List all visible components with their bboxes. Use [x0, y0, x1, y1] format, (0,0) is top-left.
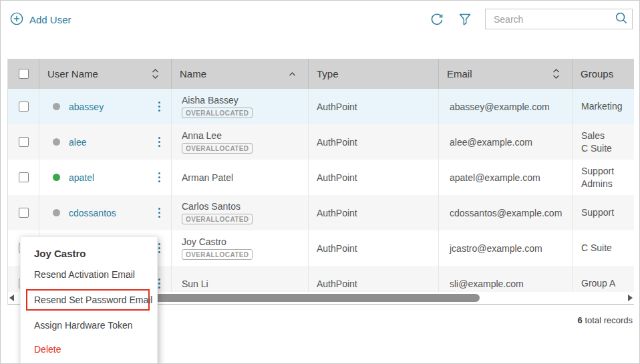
username-link[interactable]: apatel [69, 172, 94, 183]
sort-both-icon [552, 68, 561, 79]
group-value: Admins [581, 178, 634, 190]
row-checkbox[interactable] [19, 172, 29, 182]
type-cell: AuthPoint [309, 195, 439, 230]
table-row: abassey Aisha Bassey OVERALLOCATED AuthP… [8, 89, 634, 124]
user-context-menu: Joy Castro Resend Activation EmailResend… [20, 236, 158, 364]
add-user-button[interactable]: Add User [10, 12, 71, 27]
email-cell: apatel@example.com [439, 160, 573, 195]
filter-icon[interactable] [458, 12, 472, 27]
column-label: Type [317, 68, 339, 79]
username-cell: apatel [39, 160, 172, 195]
type-value: AuthPoint [317, 172, 438, 183]
checkbox-cell [8, 89, 39, 124]
overallocated-badge: OVERALLOCATED [182, 108, 253, 118]
name-cell: Joy Castro OVERALLOCATED [172, 230, 309, 266]
table-header-row: User NameNameTypeEmailGroups [8, 59, 634, 89]
username-link[interactable]: abassey [69, 102, 104, 112]
group-value: Support [581, 165, 634, 178]
header-checkbox-cell [8, 59, 39, 89]
groups-cell: Support [573, 195, 634, 230]
table-row: cdossantos Carlos Santos OVERALLOCATED A… [8, 195, 634, 230]
column-label: Name [180, 68, 206, 79]
sort-both-icon [151, 68, 160, 79]
column-label: Groups [581, 68, 613, 79]
checkbox-cell [8, 160, 39, 195]
add-user-label: Add User [29, 14, 71, 25]
scroll-right-arrow-icon[interactable] [628, 295, 633, 301]
menu-item-delete[interactable]: Delete [21, 337, 157, 361]
sort-ascending-icon [288, 68, 297, 79]
toolbar: Add User [1, 1, 639, 59]
table-row: apatel Arman Patel AuthPoint apatel@exam… [8, 160, 634, 195]
row-checkbox[interactable] [19, 102, 29, 112]
groups-cell: SalesC Suite [573, 124, 634, 160]
row-checkbox[interactable] [19, 137, 29, 147]
search-input[interactable] [494, 14, 615, 25]
group-value: Sales [581, 130, 634, 142]
checkbox-cell [8, 195, 39, 230]
email-value: jcastro@example.com [450, 243, 572, 254]
scroll-left-arrow-icon[interactable] [9, 295, 14, 301]
full-name: Joy Castro [182, 236, 308, 247]
username-cell: abassey [39, 89, 172, 124]
menu-item-resend-set-password-email[interactable]: Resend Set Password Email [26, 289, 150, 311]
status-dot [53, 103, 60, 110]
refresh-icon[interactable] [429, 11, 445, 27]
type-value: AuthPoint [317, 102, 438, 112]
email-cell: cdossantos@example.com [439, 195, 573, 230]
row-checkbox[interactable] [19, 208, 29, 218]
record-count-label: total records [585, 315, 633, 325]
groups-cell: SupportAdmins [573, 160, 634, 195]
type-value: AuthPoint [317, 208, 438, 218]
record-count: 6 total records [578, 315, 633, 325]
type-cell: AuthPoint [309, 89, 439, 124]
column-label: Email [447, 68, 472, 79]
username-cell: cdossantos [39, 195, 172, 230]
email-value: sli@example.com [450, 279, 572, 289]
email-cell: jcastro@example.com [439, 230, 573, 266]
type-cell: AuthPoint [309, 124, 439, 160]
kebab-menu-icon[interactable] [156, 170, 163, 185]
type-value: AuthPoint [317, 137, 438, 148]
overallocated-badge: OVERALLOCATED [182, 214, 253, 224]
full-name: Arman Patel [182, 172, 308, 183]
groups-cell: Marketing [573, 89, 634, 124]
menu-item-assign-hardware-token[interactable]: Assign Hardware Token [21, 313, 157, 337]
group-value: Support [581, 206, 634, 219]
status-dot [53, 209, 60, 216]
table-row: alee Anna Lee OVERALLOCATED AuthPoint al… [8, 124, 634, 160]
column-header-type[interactable]: Type [309, 59, 439, 89]
kebab-menu-icon[interactable] [156, 100, 163, 114]
name-cell: Carlos Santos OVERALLOCATED [172, 195, 309, 230]
toolbar-right [429, 9, 633, 29]
plus-circle-icon [10, 12, 23, 27]
menu-item-resend-activation-email[interactable]: Resend Activation Email [21, 262, 157, 287]
column-header-user-name[interactable]: User Name [39, 59, 172, 89]
type-cell: AuthPoint [309, 230, 439, 266]
email-value: cdossantos@example.com [450, 208, 572, 218]
overallocated-badge: OVERALLOCATED [182, 249, 253, 260]
column-header-groups[interactable]: Groups [573, 59, 634, 89]
type-value: AuthPoint [317, 243, 438, 254]
status-dot [53, 138, 60, 146]
kebab-menu-icon[interactable] [156, 206, 163, 220]
username-link[interactable]: alee [69, 137, 86, 148]
email-cell: abassey@example.com [439, 89, 573, 124]
search-icon[interactable] [615, 11, 628, 27]
full-name: Sun Li [182, 279, 308, 289]
type-value: AuthPoint [317, 279, 438, 289]
group-value: C Suite [581, 242, 634, 254]
column-header-name[interactable]: Name [172, 59, 309, 89]
column-header-email[interactable]: Email [439, 59, 573, 89]
full-name: Aisha Bassey [182, 95, 308, 106]
checkbox-cell [8, 124, 39, 160]
name-cell: Anna Lee OVERALLOCATED [172, 124, 309, 160]
overallocated-badge: OVERALLOCATED [182, 143, 253, 154]
select-all-checkbox[interactable] [19, 69, 29, 79]
username-cell: alee [39, 124, 172, 160]
username-link[interactable]: cdossantos [69, 208, 116, 218]
full-name: Carlos Santos [182, 201, 308, 212]
kebab-menu-icon[interactable] [156, 135, 163, 150]
email-value: apatel@example.com [450, 172, 572, 183]
email-cell: alee@example.com [439, 124, 573, 160]
